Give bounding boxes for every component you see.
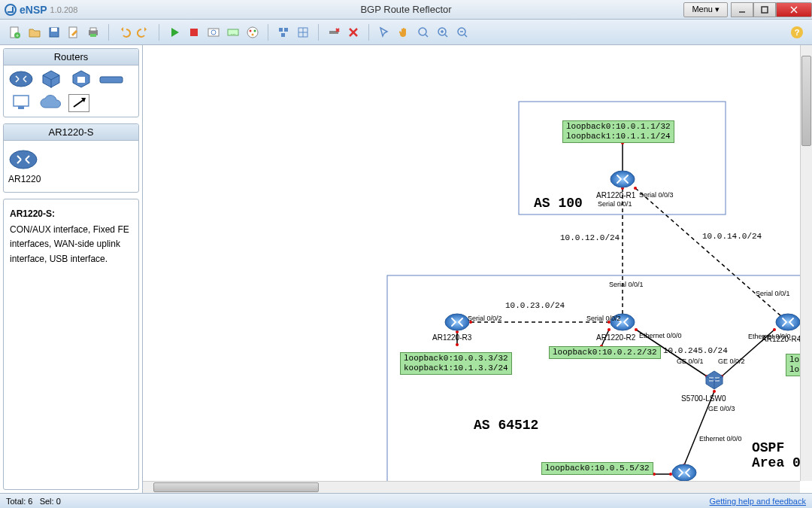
zoom-in-icon[interactable] xyxy=(434,23,452,41)
svg-rect-51 xyxy=(387,275,812,493)
router-node[interactable] xyxy=(671,463,698,482)
loopback-annotation: loopback0:10.0.5.5/32 xyxy=(541,462,653,475)
palette-icon[interactable] xyxy=(244,23,262,41)
svg-point-87 xyxy=(445,314,469,330)
port-label: Ethernet 0/0/0 xyxy=(699,435,742,443)
disconnect-icon[interactable] xyxy=(325,23,343,41)
svg-rect-13 xyxy=(190,29,198,36)
subnet-label: 10.0.23.0/24 xyxy=(505,301,565,310)
menu-button[interactable]: Menu ▾ xyxy=(683,2,728,17)
switch-node[interactable] xyxy=(703,369,726,391)
svg-point-56 xyxy=(456,343,459,346)
delete-icon[interactable] xyxy=(344,23,362,41)
flat-router-icon[interactable] xyxy=(98,70,124,88)
svg-rect-48 xyxy=(18,106,24,109)
subnet-label: 10.0.245.0/24 xyxy=(663,346,728,355)
undo-icon[interactable] xyxy=(115,23,133,41)
link-icon[interactable] xyxy=(68,94,89,112)
canvas[interactable]: AR1220-R1AR1220-R2AR1220-R3AR1220-R4AR12… xyxy=(143,45,812,493)
svg-text:?: ? xyxy=(795,28,800,37)
window-title: BGP Route Reflector xyxy=(360,4,451,15)
svg-text:+: + xyxy=(16,33,19,38)
svg-rect-12 xyxy=(90,34,96,37)
svg-rect-8 xyxy=(51,28,57,32)
maximize-button[interactable] xyxy=(753,2,776,17)
svg-point-85 xyxy=(611,171,635,187)
horizontal-scrollbar[interactable] xyxy=(143,481,800,493)
node-label: AR1220-R2 xyxy=(596,333,635,342)
hand-icon[interactable] xyxy=(395,23,413,41)
zoom-out-icon[interactable] xyxy=(453,23,471,41)
svg-text:...: ... xyxy=(231,29,236,36)
description-panel: AR1220-S: CON/AUX interface, Fixed FE in… xyxy=(3,199,139,490)
save-icon[interactable] xyxy=(45,23,63,41)
svg-line-38 xyxy=(445,35,447,37)
node-label: S5700-LSW0 xyxy=(681,394,726,403)
sidebar: Routers AR1220-S AR1220 xyxy=(0,45,143,493)
svg-line-61 xyxy=(635,188,788,322)
minimize-button[interactable] xyxy=(731,2,753,17)
new-file-icon[interactable]: + xyxy=(6,23,24,41)
svg-rect-45 xyxy=(77,77,85,83)
subnet-label: 10.0.12.0/24 xyxy=(560,233,620,242)
port-label: GE 0/0/1 xyxy=(677,357,704,365)
router-cube-icon[interactable] xyxy=(38,70,64,88)
help-feedback-link[interactable]: Getting help and feedback xyxy=(710,497,806,506)
router-node[interactable] xyxy=(609,169,636,189)
router-node[interactable] xyxy=(774,312,801,332)
selected-header: AR1220-S xyxy=(4,124,138,141)
redo-icon[interactable] xyxy=(135,23,153,41)
svg-rect-24 xyxy=(281,33,285,37)
selected-item-label: AR1220 xyxy=(8,174,134,184)
close-button[interactable] xyxy=(776,2,812,17)
router-round-icon[interactable] xyxy=(8,70,34,88)
play-icon[interactable] xyxy=(165,23,183,41)
cloud-icon[interactable] xyxy=(38,94,64,112)
vertical-scrollbar[interactable] xyxy=(800,45,812,481)
svg-rect-47 xyxy=(14,96,29,106)
svg-point-89 xyxy=(672,464,696,481)
zoom-fit-icon[interactable] xyxy=(414,23,432,41)
node-label: AR1220-R1 xyxy=(596,191,635,199)
selected-router-icon[interactable] xyxy=(8,148,38,171)
stop-icon[interactable] xyxy=(185,23,203,41)
loopback-annotation: loopback0:10.0.1.1/32loopback1:10.1.1.1/… xyxy=(562,120,674,143)
pc-icon[interactable] xyxy=(8,94,34,112)
edit-icon[interactable] xyxy=(65,23,83,41)
app-name: eNSP xyxy=(20,4,47,16)
loopback-annotation: loopback0:10.0.3.3/32koopback1:10.1.3.3/… xyxy=(400,352,512,375)
print-icon[interactable] xyxy=(84,23,102,41)
area-label: AS 64512 xyxy=(474,418,538,433)
loopback-annotation: loopback0:10.0.2.2/32 xyxy=(549,346,661,359)
svg-rect-11 xyxy=(90,28,96,31)
text-icon[interactable]: ... xyxy=(224,23,242,41)
area-label: AS 100 xyxy=(534,196,583,211)
svg-line-34 xyxy=(426,35,428,37)
node-label: AR1220-R3 xyxy=(432,333,471,342)
port-label: GE 0/0/2 xyxy=(718,357,745,365)
port-label: Ethernet 0/0/0 xyxy=(748,333,791,340)
layout-icon[interactable] xyxy=(274,23,292,41)
ensp-icon xyxy=(5,4,17,16)
selected-device-panel: AR1220-S AR1220 xyxy=(3,123,139,193)
routers-panel: Routers xyxy=(3,48,139,117)
routers-header: Routers xyxy=(4,49,138,65)
grid-icon[interactable] xyxy=(294,23,312,41)
main-area: Routers AR1220-S AR1220 xyxy=(0,45,812,493)
window-controls: Menu ▾ xyxy=(683,2,812,17)
router-node[interactable] xyxy=(444,312,471,332)
firewall-icon[interactable] xyxy=(68,70,94,88)
subnet-label: 10.0.14.0/24 xyxy=(702,232,762,241)
port-label: Serial 0/0/2 xyxy=(468,315,502,322)
desc-body: CON/AUX interface, Fixed FE interfaces, … xyxy=(10,223,132,266)
help-icon[interactable]: ? xyxy=(788,23,806,41)
port-label: Ethernet 0/0/0 xyxy=(639,332,682,339)
capture-icon[interactable] xyxy=(205,23,223,41)
svg-rect-1 xyxy=(762,7,768,13)
svg-point-44 xyxy=(10,71,32,87)
svg-point-33 xyxy=(419,28,426,35)
titlebar: eNSP 1.0.208 BGP Route Reflector Menu ▾ xyxy=(0,0,812,20)
toolbar: + ... ? xyxy=(0,20,812,45)
open-file-icon[interactable] xyxy=(26,23,44,41)
pointer-icon[interactable] xyxy=(375,23,393,41)
